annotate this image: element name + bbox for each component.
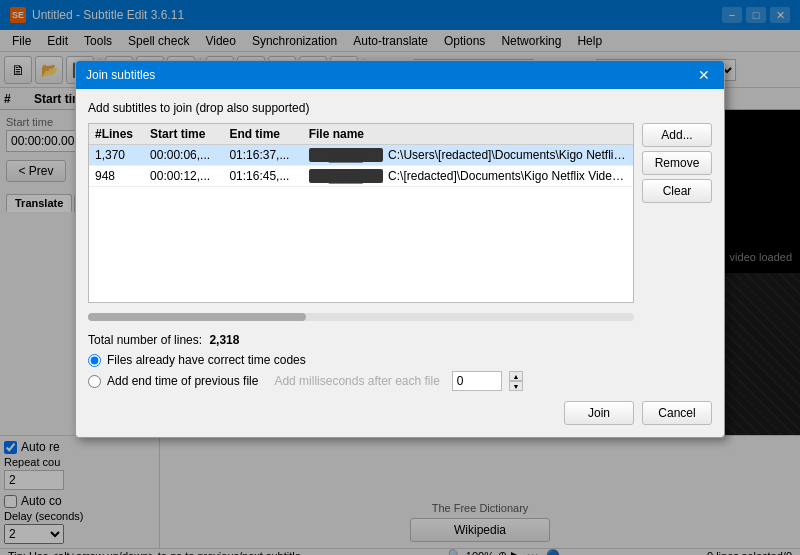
row2-lines: 948 — [89, 166, 144, 187]
dialog-table-container[interactable]: #Lines Start time End time File name 1,3… — [88, 123, 634, 303]
table-row[interactable]: 1,370 00:00:06,... 01:16:37,... ████ C:\… — [89, 145, 633, 166]
cancel-button[interactable]: Cancel — [642, 401, 712, 425]
total-lines-value: 2,318 — [209, 333, 239, 347]
dialog-table-wrapper: #Lines Start time End time File name 1,3… — [88, 123, 634, 325]
app-window: SE Untitled - Subtitle Edit 3.6.11 − □ ✕… — [0, 0, 800, 555]
row1-lines: 1,370 — [89, 145, 144, 166]
radio-add-end-time[interactable] — [88, 375, 101, 388]
total-lines-label: Total number of lines: — [88, 333, 202, 347]
radio-option2-label: Add end time of previous file — [107, 374, 258, 388]
row2-start: 00:00:12,... — [144, 166, 223, 187]
join-subtitles-dialog: Join subtitles ✕ Add subtitles to join (… — [75, 60, 725, 438]
row1-start: 00:00:06,... — [144, 145, 223, 166]
table-header-lines: #Lines — [89, 124, 144, 145]
dialog-close-button[interactable]: ✕ — [694, 67, 714, 83]
radio-correct-timecodes[interactable] — [88, 354, 101, 367]
radio-option1-label: Files already have correct time codes — [107, 353, 306, 367]
ms-spinner: ▲ ▼ — [509, 371, 523, 391]
row1-filename: ████ C:\Users\[redacted]\Documents\Kigo … — [303, 145, 633, 166]
row2-filename: ████ C:\[redacted]\Documents\Kigo Netfli… — [303, 166, 633, 187]
row1-end: 01:16:37,... — [223, 145, 302, 166]
dialog-title: Join subtitles — [86, 68, 155, 82]
subtitles-table: #Lines Start time End time File name 1,3… — [89, 124, 633, 187]
table-header-filename: File name — [303, 124, 633, 145]
radio-option2-row: Add end time of previous file Add millis… — [88, 371, 712, 391]
dialog-overlay: Join subtitles ✕ Add subtitles to join (… — [0, 0, 800, 555]
join-button[interactable]: Join — [564, 401, 634, 425]
ms-spin-up[interactable]: ▲ — [509, 371, 523, 381]
dialog-body: Add subtitles to join (drop also support… — [76, 89, 724, 437]
ms-spin-down[interactable]: ▼ — [509, 381, 523, 391]
add-subtitles-label: Add subtitles to join (drop also support… — [88, 101, 712, 115]
table-and-buttons: #Lines Start time End time File name 1,3… — [88, 123, 712, 325]
table-row[interactable]: 948 00:00:12,... 01:16:45,... ████ C:\[r… — [89, 166, 633, 187]
dialog-titlebar: Join subtitles ✕ — [76, 61, 724, 89]
remove-button[interactable]: Remove — [642, 151, 712, 175]
clear-button[interactable]: Clear — [642, 179, 712, 203]
radio-option1-row: Files already have correct time codes — [88, 353, 712, 367]
dialog-action-buttons: Add... Remove Clear — [642, 123, 712, 325]
table-header-start: Start time — [144, 124, 223, 145]
table-scrollbar[interactable] — [88, 313, 634, 321]
table-header-end: End time — [223, 124, 302, 145]
add-ms-label: Add milliseconds after each file — [274, 374, 439, 388]
dialog-footer: Join Cancel — [88, 401, 712, 425]
total-lines-row: Total number of lines: 2,318 — [88, 333, 712, 347]
add-button[interactable]: Add... — [642, 123, 712, 147]
add-ms-input[interactable] — [452, 371, 502, 391]
row2-end: 01:16:45,... — [223, 166, 302, 187]
